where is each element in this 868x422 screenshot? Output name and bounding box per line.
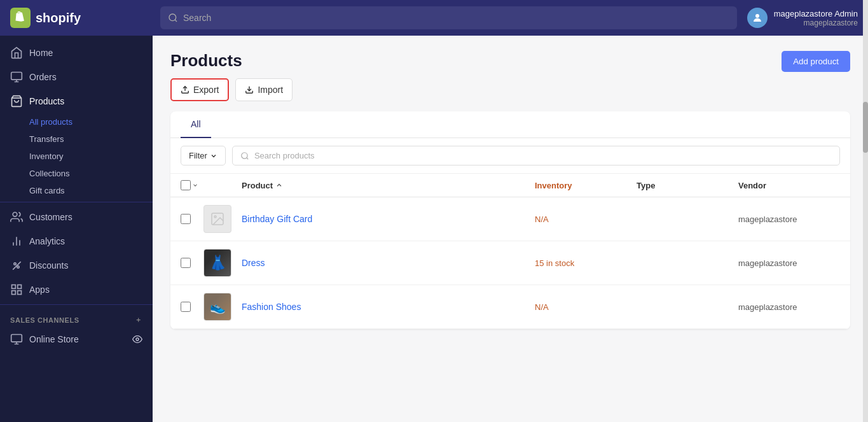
sidebar: Home Orders Products All products Transf… [0,36,153,422]
sidebar-item-discounts[interactable]: Discounts [0,253,153,278]
sidebar-item-online-store[interactable]: Online Store [0,327,153,351]
sidebar-divider-2 [0,304,153,305]
checkbox-dropdown-icon[interactable] [192,182,198,188]
user-menu[interactable]: mageplazastore Admin mageplazastore [747,8,858,28]
sidebar-sub-all-products[interactable]: All products [0,113,153,130]
col-header-thumb [203,180,242,190]
customers-icon [10,211,23,223]
inventory-cell-2: 15 in stock [535,258,637,268]
table-row: 👗 Dress 15 in stock mageplazastore [170,241,850,285]
product-thumb-3: 👟 [203,293,231,321]
product-name-cell-3: Fashion Shoes [242,301,535,313]
orders-icon [10,71,23,83]
svg-point-9 [17,266,19,268]
svg-rect-10 [12,285,16,289]
filter-row: Filter [170,138,850,174]
products-card: All Filter [170,111,850,329]
sidebar-item-products[interactable]: Products [0,89,153,113]
eye-icon [132,334,142,344]
filter-button[interactable]: Filter [181,146,226,165]
sidebar-item-analytics-label: Analytics [29,236,65,246]
add-product-button[interactable]: Add product [782,51,850,72]
product-search-field[interactable] [232,146,840,165]
sidebar-item-apps-label: Apps [29,285,50,295]
sidebar-item-apps[interactable]: Apps [0,278,153,302]
select-all-checkbox-area[interactable] [181,180,203,190]
add-sales-channel-icon[interactable]: ＋ [135,315,142,325]
sidebar-item-orders[interactable]: Orders [0,65,153,89]
apps-icon [10,283,23,296]
svg-point-20 [214,216,216,218]
sidebar-item-home[interactable]: Home [0,41,153,65]
svg-rect-12 [12,291,16,295]
export-icon [181,85,189,94]
search-products-icon [240,151,249,160]
sidebar-item-home-label: Home [29,48,53,58]
chevron-down-icon [210,152,217,160]
row-checkbox-1[interactable] [181,214,191,224]
analytics-icon [10,235,23,248]
col-header-checkbox [181,180,203,190]
page-title: Products [170,51,293,71]
search-input[interactable] [183,13,729,23]
filter-label: Filter [189,151,207,160]
product-thumb-2: 👗 [203,249,231,277]
avatar [747,8,768,28]
import-button[interactable]: Import [235,78,293,101]
svg-point-15 [136,338,139,341]
vendor-cell-3: mageplazastore [738,302,840,312]
sidebar-sub-collections[interactable]: Collections [0,165,153,182]
table-row: Birthday Gift Card N/A mageplazastore [170,197,850,241]
svg-point-18 [242,152,247,158]
row-checkbox-3[interactable] [181,302,191,312]
export-button[interactable]: Export [170,78,229,101]
shopify-logo-icon [10,8,31,28]
logo-text: shopify [36,11,81,25]
product-link-2[interactable]: Dress [242,258,265,268]
products-icon [10,95,23,108]
sidebar-item-orders-label: Orders [29,72,57,82]
row-checkbox-2[interactable] [181,258,191,268]
sidebar-item-analytics[interactable]: Analytics [0,229,153,253]
scrollbar-thumb[interactable] [863,102,868,153]
sidebar-sub-inventory[interactable]: Inventory [0,148,153,165]
sidebar-divider-1 [0,202,153,202]
table-header: Product Inventory Type Vendor [170,174,850,197]
sort-asc-icon [275,181,283,189]
sidebar-item-products-label: Products [29,96,64,106]
import-icon [245,85,254,94]
tab-all[interactable]: All [181,111,211,138]
import-label: Import [258,85,283,95]
scrollbar-track [863,36,868,422]
svg-rect-2 [11,73,22,80]
sidebar-item-online-store-label: Online Store [29,334,79,344]
search-products-input[interactable] [254,151,832,160]
user-name: mageplazastore Admin [774,9,858,18]
product-link-1[interactable]: Birthday Gift Card [242,214,312,224]
product-link-3[interactable]: Fashion Shoes [242,302,301,312]
col-header-product[interactable]: Product [242,180,535,190]
row-checkbox-container-3 [181,302,203,312]
global-search[interactable] [160,6,737,29]
placeholder-image-icon [210,211,225,227]
user-store: mageplazastore [774,18,858,27]
select-all-checkbox[interactable] [181,180,191,190]
sidebar-item-discounts-label: Discounts [29,260,68,271]
user-info: mageplazastore Admin mageplazastore [774,9,858,27]
vendor-cell-2: mageplazastore [738,258,840,268]
topbar: shopify mageplazastore Admin mageplazast… [0,0,868,36]
inventory-cell-3: N/A [535,302,637,312]
online-store-icon [10,333,23,346]
svg-rect-13 [18,291,22,295]
sidebar-sub-transfers[interactable]: Transfers [0,130,153,148]
export-label: Export [193,85,219,95]
page-header: Products Export Import [170,51,850,101]
main-content: Products Export Import [153,36,868,422]
sidebar-item-customers[interactable]: Customers [0,205,153,229]
page-toolbar: Export Import [170,78,293,101]
add-product-label: Add product [793,57,839,66]
product-name-cell-2: Dress [242,257,535,269]
row-checkbox-container-1 [181,214,203,224]
svg-point-4 [13,213,17,217]
sidebar-sub-gift-cards[interactable]: Gift cards [0,182,153,199]
